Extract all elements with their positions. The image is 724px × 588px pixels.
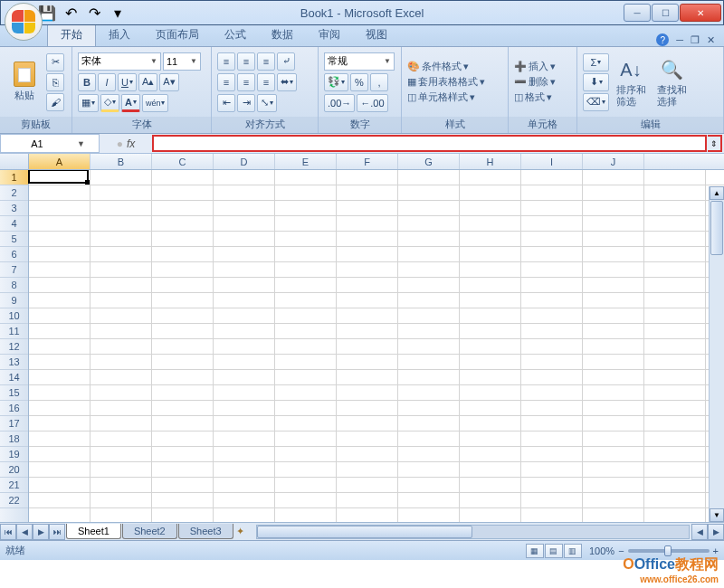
fx-icon[interactable]: fx — [127, 138, 135, 150]
grow-font-button[interactable]: A▴ — [138, 73, 157, 91]
orientation-button[interactable]: ⤡▾ — [257, 94, 277, 112]
page-break-view-button[interactable]: ▥ — [564, 544, 582, 558]
minimize-ribbon-icon[interactable]: ─ — [676, 34, 683, 45]
row-header[interactable]: 17 — [0, 416, 28, 432]
row-header[interactable]: 9 — [0, 293, 28, 308]
sheet-tab-3[interactable]: Sheet3 — [178, 524, 233, 539]
restore-workbook-icon[interactable]: ❐ — [691, 34, 700, 46]
row-header[interactable]: 19 — [0, 447, 28, 462]
comma-button[interactable]: , — [370, 73, 388, 91]
format-as-table-button[interactable]: ▦套用表格格式▾ — [407, 75, 485, 89]
cut-button[interactable]: ✂ — [46, 53, 64, 71]
decrease-decimal-button[interactable]: ←.00 — [357, 94, 387, 112]
bold-button[interactable]: B — [78, 73, 96, 91]
close-workbook-icon[interactable]: ✕ — [707, 34, 715, 46]
column-header[interactable]: F — [337, 154, 398, 169]
delete-cells-button[interactable]: ➖删除▾ — [514, 75, 556, 89]
minimize-button[interactable]: ─ — [624, 4, 651, 22]
column-header[interactable]: J — [583, 154, 644, 169]
font-color-button[interactable]: A▾ — [121, 94, 140, 112]
align-left-button[interactable]: ≡ — [217, 73, 235, 91]
row-header[interactable]: 13 — [0, 355, 28, 370]
cells-area[interactable] — [29, 170, 724, 522]
zoom-slider-thumb[interactable] — [664, 545, 672, 556]
active-cell[interactable] — [28, 170, 89, 184]
tab-home[interactable]: 开始 — [47, 23, 96, 46]
decrease-indent-button[interactable]: ⇤ — [217, 94, 235, 112]
new-sheet-button[interactable]: ✦ — [236, 526, 254, 537]
select-all-corner[interactable] — [0, 154, 29, 169]
tab-data[interactable]: 数据 — [259, 24, 306, 46]
hscroll-right-icon[interactable]: ▶ — [708, 524, 724, 540]
next-sheet-button[interactable]: ▶ — [33, 524, 49, 540]
last-sheet-button[interactable]: ⏭ — [49, 524, 65, 540]
align-top-button[interactable]: ≡ — [217, 52, 235, 71]
scroll-up-icon[interactable]: ▲ — [710, 186, 724, 200]
normal-view-button[interactable]: ▦ — [526, 544, 544, 558]
row-header[interactable]: 2 — [0, 185, 28, 201]
italic-button[interactable]: I — [98, 73, 116, 91]
tab-review[interactable]: 审阅 — [306, 24, 353, 46]
maximize-button[interactable]: ☐ — [652, 4, 679, 22]
align-middle-button[interactable]: ≡ — [237, 52, 255, 71]
percent-button[interactable]: % — [350, 73, 368, 91]
sort-filter-button[interactable]: A↓ 排序和 筛选 — [612, 50, 650, 114]
borders-button[interactable]: ▦▾ — [78, 94, 99, 112]
row-header[interactable]: 14 — [0, 370, 28, 385]
number-format-combo[interactable]: 常规▼ — [324, 52, 395, 71]
redo-icon[interactable]: ↷ — [84, 4, 104, 22]
increase-indent-button[interactable]: ⇥ — [237, 94, 255, 112]
vscroll-thumb[interactable] — [710, 201, 723, 255]
row-header[interactable]: 18 — [0, 432, 28, 447]
column-header[interactable]: A — [29, 154, 90, 169]
row-header[interactable]: 10 — [0, 308, 28, 324]
tab-view[interactable]: 视图 — [353, 24, 400, 46]
close-button[interactable]: ✕ — [680, 4, 721, 22]
column-header[interactable]: G — [398, 154, 460, 169]
tab-insert[interactable]: 插入 — [96, 24, 143, 46]
font-size-combo[interactable]: 11▼ — [163, 52, 201, 71]
hscroll-thumb[interactable] — [257, 526, 473, 538]
font-name-combo[interactable]: 宋体▼ — [78, 52, 161, 71]
column-header[interactable]: I — [521, 154, 583, 169]
row-header[interactable]: 8 — [0, 278, 28, 293]
column-header[interactable]: H — [460, 154, 521, 169]
tab-formulas[interactable]: 公式 — [212, 24, 259, 46]
sheet-tab-2[interactable]: Sheet2 — [122, 524, 177, 539]
wrap-text-button[interactable]: ⤶ — [277, 52, 295, 71]
insert-cells-button[interactable]: ➕插入▾ — [514, 60, 556, 73]
name-box-input[interactable] — [1, 138, 73, 149]
row-header[interactable]: 1 — [0, 170, 28, 185]
name-box[interactable]: ▼ — [0, 134, 100, 153]
align-bottom-button[interactable]: ≡ — [257, 52, 275, 71]
zoom-level[interactable]: 100% — [589, 545, 614, 556]
row-header[interactable]: 12 — [0, 339, 28, 355]
format-cells-button[interactable]: ◫格式▾ — [514, 90, 556, 104]
align-center-button[interactable]: ≡ — [237, 73, 255, 91]
formula-input[interactable] — [152, 135, 707, 152]
prev-sheet-button[interactable]: ◀ — [16, 524, 33, 540]
row-header[interactable]: 21 — [0, 478, 28, 493]
row-header[interactable]: 6 — [0, 247, 28, 262]
row-header[interactable]: 3 — [0, 201, 28, 216]
column-header[interactable]: D — [214, 154, 275, 169]
column-header[interactable]: E — [275, 154, 337, 169]
row-header[interactable]: 20 — [0, 462, 28, 478]
format-painter-button[interactable]: 🖌 — [46, 93, 64, 111]
fill-color-button[interactable]: ◇▾ — [100, 94, 119, 112]
horizontal-scrollbar[interactable] — [256, 525, 690, 539]
qat-customize-icon[interactable]: ▾ — [108, 4, 128, 22]
scroll-down-icon[interactable]: ▼ — [710, 508, 724, 522]
currency-button[interactable]: 💱▾ — [324, 73, 348, 91]
row-header[interactable]: 11 — [0, 324, 28, 339]
copy-button[interactable]: ⎘ — [46, 73, 64, 91]
sheet-tab-1[interactable]: Sheet1 — [66, 524, 121, 539]
row-header[interactable]: 16 — [0, 401, 28, 416]
column-header[interactable]: C — [152, 154, 214, 169]
row-header[interactable]: 15 — [0, 385, 28, 401]
underline-button[interactable]: U▾ — [118, 73, 137, 91]
phonetic-button[interactable]: wén▾ — [142, 94, 169, 112]
row-header[interactable]: 4 — [0, 216, 28, 232]
expand-formula-bar-icon[interactable]: ⇕ — [708, 135, 722, 152]
row-header[interactable]: 22 — [0, 493, 28, 508]
